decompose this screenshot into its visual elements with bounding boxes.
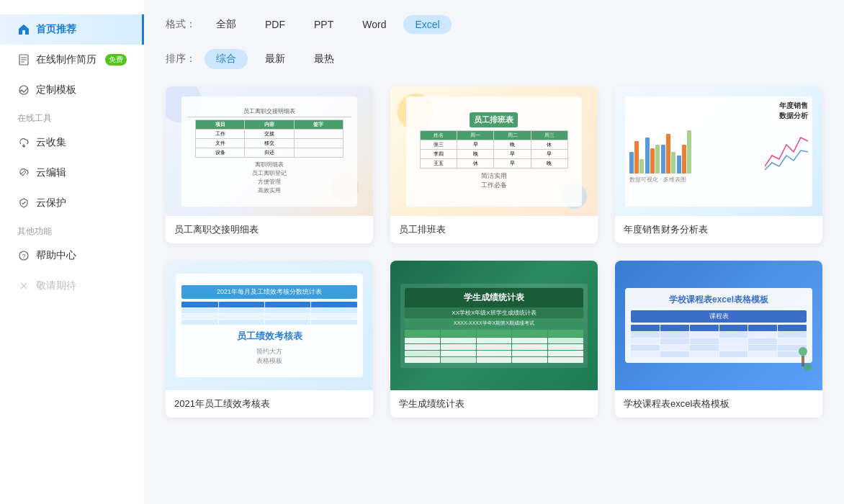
main-content: 格式： 全部 PDF PPT Word Excel 排序： 综合 最新 最热 员… [144,0,844,504]
card-perf-4: 2021年每月及工绩效考核分数统计表 [176,274,362,377]
home-icon [17,23,30,36]
filter-ppt[interactable]: PPT [302,15,345,34]
sidebar-item-cloud-edit[interactable]: 云编辑 [0,158,144,188]
sidebar-item-cloud-collect[interactable]: 云收集 [0,127,144,158]
cloud-protect-icon [17,197,30,210]
sidebar-cloud-collect-label: 云收集 [36,136,66,149]
card-thumb-3: 年度销售数据分析 [615,86,822,216]
card-student-scores[interactable]: 学生成绩统计表 XX学校X年级X班学生成绩统计表 XXXX-XXXX学年X期第X… [390,261,598,418]
sidebar-item-coming-soon: 敬请期待 [0,271,144,301]
card-sales-analysis[interactable]: 年度销售数据分析 [615,86,822,243]
card-thumb-6: 学校课程表excel表格模板 课程表 [615,261,822,390]
card-chart-3: 年度销售数据分析 [625,96,812,207]
sidebar-cloud-edit-label: 云编辑 [36,166,66,179]
sort-row: 排序： 综合 最新 最热 [166,49,822,69]
cloud-collect-icon [17,136,30,149]
card-title-3: 年度销售财务分析表 [615,216,822,243]
timer-icon [17,279,30,292]
filter-word[interactable]: Word [351,15,398,34]
sidebar-item-help[interactable]: ? 帮助中心 [0,240,144,271]
svg-point-10 [799,347,807,356]
format-label: 格式： [166,18,196,31]
sort-comprehensive[interactable]: 综合 [205,49,248,69]
card-thumb-inner-1: 员工离职交接明细表 项目内容签字 工作交接 文件移交 设备归还 离职明细表员工离… [181,96,358,207]
svg-point-4 [19,86,28,94]
filter-pdf[interactable]: PDF [253,15,297,34]
sidebar-cloud-protect-label: 云保护 [36,197,66,210]
svg-point-12 [804,364,812,371]
sidebar-item-resume[interactable]: 在线制作简历 免费 [0,45,144,75]
card-title-6: 学校课程表excel表格模板 [615,390,822,418]
format-filter-row: 格式： 全部 PDF PPT Word Excel [166,14,822,35]
sidebar-item-cloud-protect[interactable]: 云保护 [0,188,144,218]
card-thumb-inner-2: 员工排班表 姓名周一周二周三 张三早晚休 李四晚早早 王五休早晚 简洁实用工作必… [406,96,583,207]
cloud-edit-icon [17,166,30,179]
card-timetable[interactable]: 学校课程表excel表格模板 课程表 [615,261,822,418]
filter-all[interactable]: 全部 [205,14,248,35]
card-thumb-1: 员工离职交接明细表 项目内容签字 工作交接 文件移交 设备归还 离职明细表员工离… [166,86,373,216]
card-green-5: 学生成绩统计表 XX学校X年级X班学生成绩统计表 XXXX-XXXX学年X期第X… [400,284,587,368]
sidebar-help-label: 帮助中心 [36,249,76,262]
card-employee-handover[interactable]: 员工离职交接明细表 项目内容签字 工作交接 文件移交 设备归还 离职明细表员工离… [166,86,373,243]
card-thumb-5: 学生成绩统计表 XX学校X年级X班学生成绩统计表 XXXX-XXXX学年X期第X… [390,261,598,390]
svg-text:?: ? [22,253,26,260]
online-tools-section: 在线工具 [0,105,144,127]
custom-icon [17,84,30,96]
resume-icon [17,53,30,66]
perf-title: 员工绩效考核表 [237,330,302,343]
perf-sub: 简约大方表格模板 [256,347,282,366]
card-title-1: 员工离职交接明细表 [166,216,373,243]
help-icon: ? [17,249,30,262]
card-performance[interactable]: 2021年每月及工绩效考核分数统计表 [166,261,373,418]
template-grid: 员工离职交接明细表 项目内容签字 工作交接 文件移交 设备归还 离职明细表员工离… [166,86,822,418]
filter-excel[interactable]: Excel [403,15,451,34]
sort-latest[interactable]: 最新 [253,49,297,69]
card-title-4: 2021年员工绩效考核表 [166,390,373,418]
sidebar-custom-label: 定制模板 [36,84,76,96]
sidebar-item-home[interactable]: 首页推荐 [0,14,144,45]
free-badge: 免费 [105,54,127,66]
other-features-section: 其他功能 [0,218,144,240]
sort-label: 排序： [166,53,196,66]
card-schedule[interactable]: 员工排班表 姓名周一周二周三 张三早晚休 李四晚早早 王五休早晚 简洁实用工作必… [390,86,598,243]
sidebar-resume-label: 在线制作简历 [36,53,96,66]
sidebar-item-custom[interactable]: 定制模板 [0,75,144,105]
svg-rect-11 [802,356,804,366]
card-title-2: 员工排班表 [390,216,598,243]
card-title-5: 学生成绩统计表 [390,390,598,418]
card-blue-6: 学校课程表excel表格模板 课程表 [625,288,812,363]
sort-hottest[interactable]: 最热 [302,49,346,69]
sidebar-home-label: 首页推荐 [36,23,76,36]
sidebar-coming-soon-label: 敬请期待 [36,279,76,292]
card-thumb-2: 员工排班表 姓名周一周二周三 张三早晚休 李四晚早早 王五休早晚 简洁实用工作必… [390,86,598,216]
card-thumb-4: 2021年每月及工绩效考核分数统计表 [166,261,373,390]
timetable-title: 学校课程表excel表格模板 [631,294,806,306]
sidebar: 首页推荐 在线制作简历 免费 定制模板 在线工具 [0,0,144,504]
